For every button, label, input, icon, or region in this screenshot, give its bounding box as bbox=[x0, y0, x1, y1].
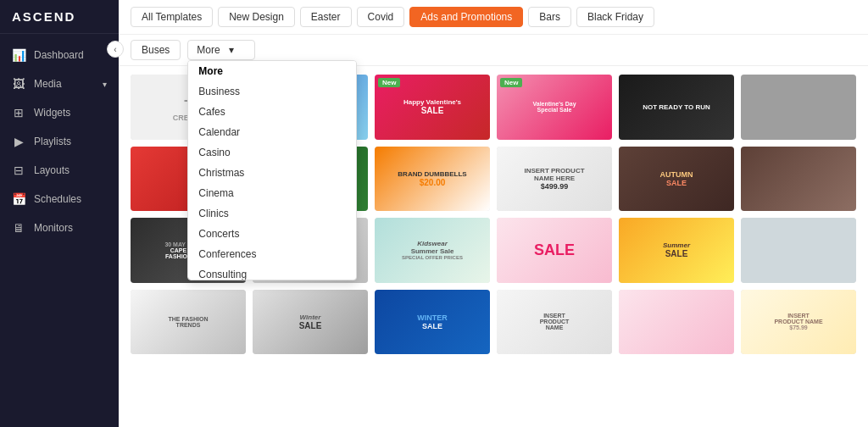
tab-easter[interactable]: Easter bbox=[300, 7, 352, 27]
template-valentines[interactable]: New Happy Valentine's SALE bbox=[375, 75, 490, 140]
sidebar-item-dashboard[interactable]: 📊 Dashboard bbox=[0, 41, 119, 69]
new-badge: New bbox=[378, 78, 400, 87]
dropdown-item-cafes[interactable]: Cafes bbox=[188, 102, 356, 122]
dropdown-item-more[interactable]: More bbox=[188, 61, 356, 81]
sidebar: ASCEND 📊 Dashboard 🖼 Media ▾ ⊞ Widgets ▶… bbox=[0, 0, 119, 427]
sidebar-item-monitors[interactable]: 🖥 Monitors bbox=[0, 214, 119, 242]
dropdown-item-casino[interactable]: Casino bbox=[188, 142, 356, 163]
sidebar-item-playlists[interactable]: ▶ Playlists bbox=[0, 127, 119, 156]
sidebar-item-label: Playlists bbox=[34, 136, 71, 147]
dropdown-item-conferences[interactable]: Conferences bbox=[188, 244, 356, 264]
template-empty1[interactable] bbox=[741, 75, 856, 140]
media-icon: 🖼 bbox=[12, 77, 25, 91]
template-autumn[interactable]: AUTUMN SALE bbox=[619, 147, 734, 212]
tab-new-design[interactable]: New Design bbox=[218, 7, 295, 27]
template-dark-shoes[interactable]: NOT READY TO RUN bbox=[619, 75, 734, 140]
tab-black-friday[interactable]: Black Friday bbox=[576, 7, 654, 27]
top-tabs: All Templates New Design Easter Covid Ad… bbox=[119, 0, 868, 35]
layouts-icon: ⊟ bbox=[12, 164, 25, 177]
dropdown-item-concerts[interactable]: Concerts bbox=[188, 224, 356, 244]
more-dropdown: More Business Cafes Calendar Casino Chri… bbox=[187, 60, 357, 280]
dropdown-item-calendar[interactable]: Calendar bbox=[188, 122, 356, 142]
template-row3-last[interactable] bbox=[741, 218, 856, 283]
tab-bars[interactable]: Bars bbox=[528, 7, 571, 27]
sidebar-item-media[interactable]: 🖼 Media ▾ bbox=[0, 69, 119, 98]
sidebar-item-widgets[interactable]: ⊞ Widgets bbox=[0, 98, 119, 127]
logo-text: ASCEND bbox=[12, 9, 75, 24]
sidebar-item-label: Schedules bbox=[34, 193, 81, 205]
template-winter-sale[interactable]: Winter SALE bbox=[253, 290, 368, 355]
sidebar-item-label: Media bbox=[34, 78, 62, 90]
sidebar-item-label: Monitors bbox=[34, 222, 73, 234]
chevron-down-icon: ▾ bbox=[229, 44, 234, 56]
playlists-icon: ▶ bbox=[12, 135, 25, 148]
tab-all-templates[interactable]: All Templates bbox=[131, 7, 213, 27]
filter-more-select[interactable]: More ▾ More Business Cafes Calendar Casi… bbox=[187, 40, 255, 60]
dashboard-icon: 📊 bbox=[12, 48, 25, 62]
template-insert-product[interactable]: INSERT PRODUCT NAME bbox=[497, 290, 612, 355]
sidebar-item-label: Dashboard bbox=[34, 49, 84, 61]
new-badge: New bbox=[500, 78, 522, 87]
template-fashion-trends[interactable]: THE FASHION TRENDS bbox=[131, 290, 246, 355]
template-beauty[interactable] bbox=[619, 290, 734, 355]
template-valentines2[interactable]: New Valentine's Day Special Sale bbox=[497, 75, 612, 140]
tab-covid[interactable]: Covid bbox=[357, 7, 405, 27]
dropdown-item-clinics[interactable]: Clinics bbox=[188, 203, 356, 224]
filter-buses-button[interactable]: Buses bbox=[131, 40, 181, 60]
widgets-icon: ⊞ bbox=[12, 106, 25, 119]
dropdown-item-christmas[interactable]: Christmas bbox=[188, 163, 356, 183]
template-insert2[interactable]: INSERT PRODUCT NAME $75.99 bbox=[741, 290, 856, 355]
dropdown-item-cinema[interactable]: Cinema bbox=[188, 183, 356, 203]
filter-more-label: More bbox=[197, 44, 220, 56]
chevron-down-icon: ▾ bbox=[103, 80, 107, 89]
sidebar-item-layouts[interactable]: ⊟ Layouts bbox=[0, 156, 119, 185]
main-content: All Templates New Design Easter Covid Ad… bbox=[119, 0, 868, 427]
template-winter-sale2[interactable]: WINTER SALE bbox=[375, 290, 490, 355]
monitors-icon: 🖥 bbox=[12, 221, 25, 235]
sidebar-nav: 📊 Dashboard 🖼 Media ▾ ⊞ Widgets ▶ Playli… bbox=[0, 34, 119, 427]
dropdown-item-consulting[interactable]: Consulting bbox=[188, 264, 356, 280]
sidebar-item-schedules[interactable]: 📅 Schedules bbox=[0, 185, 119, 214]
filter-row: Buses More ▾ More Business Cafes Calenda… bbox=[119, 35, 868, 66]
template-pink-sale[interactable]: SALE bbox=[497, 218, 612, 283]
filter-more-button[interactable]: More ▾ bbox=[187, 40, 255, 60]
tab-ads-promotions[interactable]: Ads and Promotions bbox=[409, 7, 523, 27]
sidebar-logo: ASCEND bbox=[0, 0, 119, 34]
dropdown-item-business[interactable]: Business bbox=[188, 81, 356, 102]
template-kidswear[interactable]: Kidswear Summer Sale SPECIAL OFFER PRICE… bbox=[375, 218, 490, 283]
sidebar-item-label: Layouts bbox=[34, 164, 70, 176]
template-summer-sale[interactable]: Summer SALE bbox=[619, 218, 734, 283]
template-row2-last[interactable] bbox=[741, 147, 856, 212]
schedules-icon: 📅 bbox=[12, 192, 25, 206]
sidebar-collapse-button[interactable]: ‹ bbox=[107, 41, 124, 58]
sidebar-item-label: Widgets bbox=[34, 107, 70, 119]
template-supplement[interactable]: INSERT PRODUCT NAME HERE $499.99 bbox=[497, 147, 612, 212]
template-dumbbells[interactable]: BRAND DUMBBELLS $20.00 bbox=[375, 147, 490, 212]
